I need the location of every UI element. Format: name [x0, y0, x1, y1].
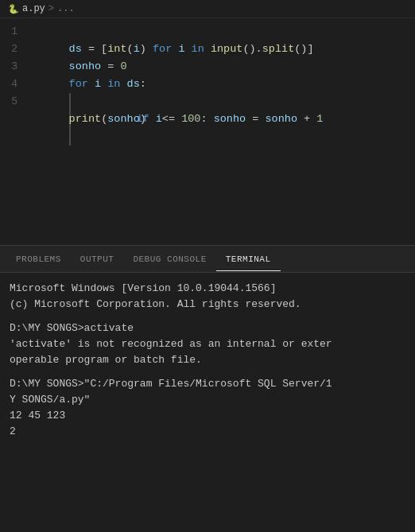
panel: PROBLEMS OUTPUT DEBUG CONSOLE TERMINAL M… — [0, 245, 415, 528]
tab-output[interactable]: OUTPUT — [71, 248, 124, 270]
terminal-line-5: operable program or batch file. — [10, 352, 405, 368]
breadcrumb-sep: > — [48, 3, 54, 14]
code-line-4: 4 if i<= 100: sonho = sonho + 1 — [0, 76, 415, 93]
terminal-line-1: Microsoft Windows [Version 10.0.19044.15… — [10, 281, 405, 297]
tab-problems[interactable]: PROBLEMS — [6, 248, 71, 270]
terminal-line-3: D:\MY SONGS>activate — [10, 320, 405, 336]
terminal-line-9: 2 — [10, 424, 405, 440]
line-number-4: 4 — [0, 76, 30, 93]
breadcrumb-dots: ... — [57, 3, 75, 14]
terminal-empty-1 — [10, 313, 405, 320]
code-line-1: 1 ds = [int(i) for i in input().split()] — [0, 23, 415, 41]
code-editor: 1 ds = [int(i) for i in input().split()]… — [0, 18, 415, 245]
line-number-3: 3 — [0, 58, 30, 76]
terminal-body: Microsoft Windows [Version 10.0.19044.15… — [0, 273, 415, 528]
terminal-line-8: 12 45 123 — [10, 408, 405, 424]
terminal-empty-2 — [10, 368, 405, 376]
tab-debug-console[interactable]: DEBUG CONSOLE — [123, 248, 215, 270]
line-number-2: 2 — [0, 41, 30, 58]
line-number-1: 1 — [0, 23, 30, 41]
terminal-line-6: D:\MY SONGS>"C:/Program Files/Microsoft … — [10, 376, 405, 392]
line-content-5: print(sonho) — [30, 93, 146, 146]
terminal-line-2: (c) Microsoft Corporation. All rights re… — [10, 297, 405, 313]
breadcrumb-filename[interactable]: a.py — [22, 3, 45, 14]
panel-tab-bar: PROBLEMS OUTPUT DEBUG CONSOLE TERMINAL — [0, 246, 415, 273]
breadcrumb: 🐍 a.py > ... — [0, 0, 415, 18]
terminal-line-4: 'activate' is not recognized as an inter… — [10, 336, 405, 352]
terminal-line-7: Y SONGS/a.py" — [10, 392, 405, 408]
tab-terminal[interactable]: TERMINAL — [216, 248, 281, 271]
file-icon: 🐍 — [8, 4, 19, 14]
line-number-5: 5 — [0, 93, 30, 111]
